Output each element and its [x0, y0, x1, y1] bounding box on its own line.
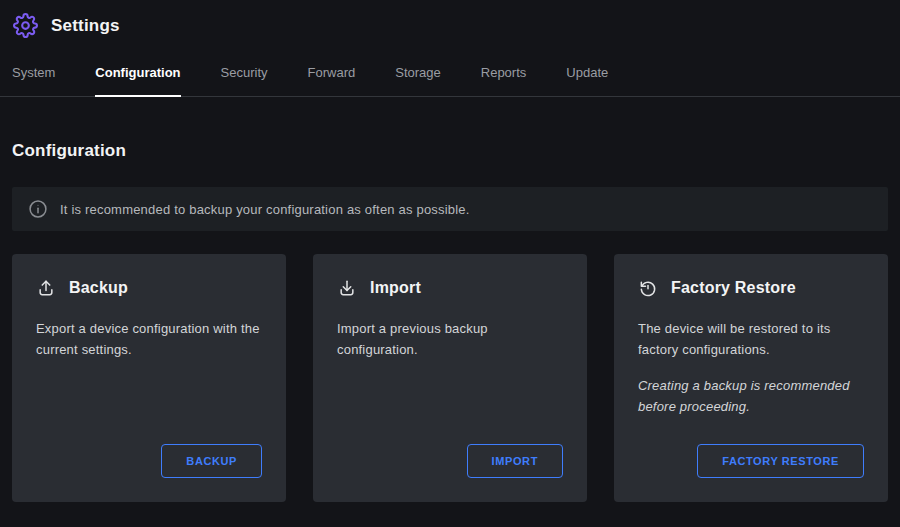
tab-forward[interactable]: Forward: [308, 65, 356, 97]
configuration-cards: Backup Export a device configuration wit…: [12, 254, 888, 502]
tab-security[interactable]: Security: [221, 65, 268, 97]
info-icon: [28, 199, 48, 219]
factory-restore-button[interactable]: FACTORY RESTORE: [697, 444, 864, 478]
factory-restore-card-header: Factory Restore: [638, 278, 864, 298]
factory-restore-icon: [638, 278, 658, 298]
backup-card-description: Export a device configuration with the c…: [36, 318, 262, 361]
tab-configuration[interactable]: Configuration: [95, 65, 180, 97]
backup-card: Backup Export a device configuration wit…: [12, 254, 286, 502]
tab-reports[interactable]: Reports: [481, 65, 527, 97]
backup-button[interactable]: BACKUP: [161, 444, 262, 478]
factory-restore-card-note: Creating a backup is recommended before …: [638, 375, 864, 418]
import-card-header: Import: [337, 278, 563, 298]
info-banner-text: It is recommended to backup your configu…: [60, 202, 470, 217]
import-card: Import Import a previous backup configur…: [313, 254, 587, 502]
tab-system[interactable]: System: [12, 65, 55, 97]
import-download-icon: [337, 278, 357, 298]
tab-storage[interactable]: Storage: [395, 65, 441, 97]
factory-restore-card-title: Factory Restore: [671, 279, 796, 297]
settings-gear-icon: [12, 12, 39, 39]
backup-card-title: Backup: [69, 279, 128, 297]
import-card-description: Import a previous backup configuration.: [337, 318, 563, 361]
factory-restore-card: Factory Restore The device will be resto…: [614, 254, 888, 502]
import-button[interactable]: IMPORT: [467, 444, 563, 478]
info-banner: It is recommended to backup your configu…: [12, 187, 888, 231]
backup-upload-icon: [36, 278, 56, 298]
page-title: Configuration: [12, 141, 888, 161]
app-header: Settings: [0, 0, 900, 39]
settings-tab-bar: System Configuration Security Forward St…: [0, 39, 900, 97]
app-title: Settings: [51, 16, 120, 36]
factory-restore-card-description: The device will be restored to its facto…: [638, 318, 864, 361]
tab-update[interactable]: Update: [566, 65, 608, 97]
import-card-title: Import: [370, 279, 421, 297]
backup-card-header: Backup: [36, 278, 262, 298]
